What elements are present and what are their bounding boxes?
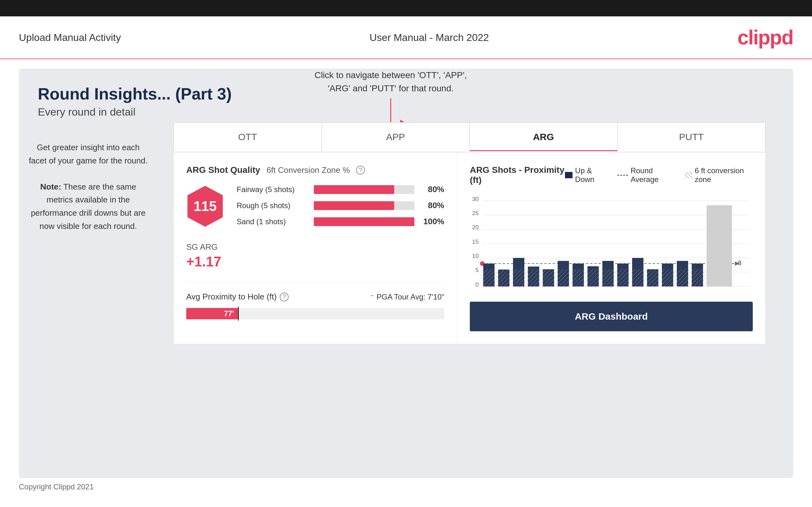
proximity-cursor [238, 307, 239, 321]
arg-dashboard-button[interactable]: ARG Dashboard [470, 302, 753, 331]
bar-row-rough: Rough (5 shots) 80% [237, 201, 444, 210]
bar-track-sand [314, 217, 414, 226]
bar-fill-sand [314, 217, 414, 226]
svg-text:15: 15 [472, 238, 478, 245]
svg-text:30: 30 [472, 195, 478, 202]
logo: clippd [738, 26, 793, 49]
hexagon-score: 115 [186, 184, 224, 228]
bar-track-rough [314, 201, 414, 210]
proximity-header: Avg Proximity to Hole (ft) ? ⁻ PGA Tour … [186, 292, 444, 302]
legend: Up & Down Round Average 6 ft conversion … [565, 166, 753, 184]
note-label: Note: [40, 182, 61, 191]
sidebar-description: Get greater insight into each facet of y… [29, 141, 148, 233]
manual-date-label: User Manual - March 2022 [370, 32, 489, 44]
svg-rect-37 [706, 205, 732, 287]
shot-quality-label: ARG Shot Quality [186, 165, 260, 175]
nav-hint-text: Click to navigate between 'OTT', 'APP','… [281, 69, 501, 95]
bar-fill-fairway [314, 185, 394, 194]
svg-text:25: 25 [472, 210, 478, 216]
copyright: Copyright Clippd 2021 [19, 483, 94, 491]
svg-text:20: 20 [472, 224, 478, 230]
proximity-label: Avg Proximity to Hole (ft) ? [186, 292, 289, 302]
bar-row-fairway: Fairway (5 shots) 80% [237, 184, 444, 194]
tab-app[interactable]: APP [322, 122, 470, 152]
main-card: OTT APP ARG PUTT ARG Shot Quality 6ft Co… [173, 122, 766, 344]
left-panel: ARG Shot Quality 6ft Conversion Zone % ?… [173, 153, 457, 344]
svg-rect-39 [482, 269, 707, 287]
legend-label-conversion: 6 ft conversion zone [695, 166, 753, 184]
tab-ott[interactable]: OTT [173, 122, 322, 152]
proximity-help-icon[interactable]: ? [280, 292, 289, 301]
svg-text:0: 0 [475, 281, 479, 288]
pga-avg: ⁻ PGA Tour Avg: 7'10" [370, 292, 444, 301]
legend-dashed-round-avg [617, 175, 628, 176]
conversion-zone-label: 6ft Conversion Zone % [266, 165, 350, 175]
card-body: ARG Shot Quality 6ft Conversion Zone % ?… [173, 153, 765, 344]
legend-item-updown: Up & Down [565, 166, 608, 184]
legend-item-round-avg: Round Average [617, 166, 675, 184]
tab-arg[interactable]: ARG [469, 122, 618, 152]
right-panel-header: ARG Shots - Proximity (ft) Up & Down Rou… [470, 165, 753, 185]
proximity-section: Avg Proximity to Hole (ft) ? ⁻ PGA Tour … [186, 282, 444, 319]
svg-text:8: 8 [738, 259, 742, 267]
bar-label-fairway: Fairway (5 shots) [237, 185, 309, 194]
bars-container: Fairway (5 shots) 80% Rough (5 shots) [237, 184, 444, 233]
hex-value: 115 [194, 199, 216, 214]
upload-manual-label[interactable]: Upload Manual Activity [19, 32, 121, 44]
proximity-bar-track: 77' [186, 308, 444, 319]
sidebar-text-intro: Get greater insight into each facet of y… [29, 143, 147, 165]
legend-item-conversion: 6 ft conversion zone [685, 166, 753, 184]
bar-track-fairway [314, 185, 414, 194]
svg-text:5: 5 [475, 267, 479, 273]
legend-hatched-conversion [685, 172, 692, 178]
sg-label: SG ARG [186, 242, 444, 252]
legend-label-updown: Up & Down [575, 166, 608, 184]
tab-putt[interactable]: PUTT [618, 122, 766, 152]
footer: Copyright Clippd 2021 [0, 476, 112, 498]
bar-label-rough: Rough (5 shots) [237, 201, 309, 210]
sg-value: +1.17 [186, 254, 444, 270]
header: Upload Manual Activity User Manual - Mar… [0, 16, 812, 59]
tabs-container: OTT APP ARG PUTT [173, 122, 765, 153]
proximity-bar-fill: 77' [186, 308, 238, 319]
main-content: Round Insights... (Part 3) Every round i… [19, 69, 793, 478]
help-icon[interactable]: ? [356, 166, 365, 174]
bar-percent-sand: 100% [419, 217, 444, 226]
top-bar [0, 0, 812, 16]
bar-percent-fairway: 80% [419, 184, 444, 194]
chart-area: 0 5 10 15 20 25 30 [470, 191, 753, 292]
panel-header: ARG Shot Quality 6ft Conversion Zone % ? [186, 165, 444, 175]
chart-title: ARG Shots - Proximity (ft) [470, 165, 565, 185]
chart-svg: 0 5 10 15 20 25 30 [470, 191, 753, 292]
bar-percent-rough: 80% [419, 201, 444, 210]
bar-row-sand: Sand (1 shots) 100% [237, 217, 444, 226]
sg-section: SG ARG +1.17 [186, 242, 444, 270]
legend-box-updown [565, 172, 572, 178]
legend-label-round-avg: Round Average [630, 166, 675, 184]
svg-text:10: 10 [472, 252, 478, 259]
right-panel: ARG Shots - Proximity (ft) Up & Down Rou… [457, 153, 765, 344]
hex-container: 115 Fairway (5 shots) 80% Rough (5 sho [186, 184, 444, 233]
bar-label-sand: Sand (1 shots) [237, 217, 309, 226]
bar-fill-rough [314, 201, 394, 210]
